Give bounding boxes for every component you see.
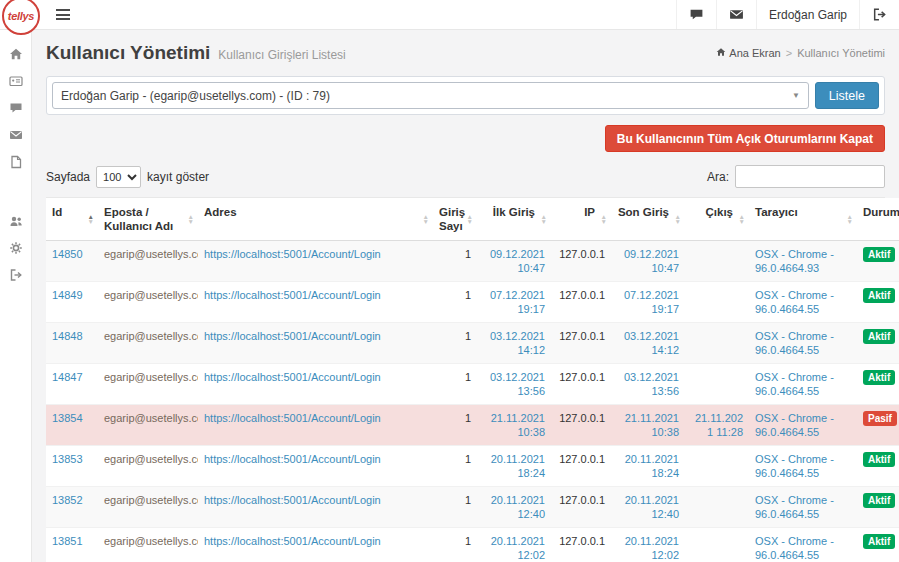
user-name: Erdoğan Garip	[769, 8, 847, 22]
cell-email: egarip@usetellys.com	[98, 282, 198, 323]
cell-address[interactable]: https://localhost:5001/Account/Login	[198, 405, 433, 446]
breadcrumb-home-link[interactable]: Ana Ekran	[716, 47, 780, 59]
user-menu[interactable]: Erdoğan Garip	[756, 0, 859, 29]
cell-address[interactable]: https://localhost:5001/Account/Login	[198, 323, 433, 364]
cell-address[interactable]: https://localhost:5001/Account/Login	[198, 487, 433, 528]
cell-email: egarip@usetellys.com	[98, 323, 198, 364]
cell-email: egarip@usetellys.com	[98, 487, 198, 528]
cell-first_login: 20.11.2021 12:02	[477, 528, 551, 562]
cell-address[interactable]: https://localhost:5001/Account/Login	[198, 364, 433, 405]
sidebar-item-logout[interactable]	[0, 263, 32, 290]
cell-ip: 127.0.0.1	[551, 487, 611, 528]
column-label: Adres	[204, 206, 237, 218]
cell-ip: 127.0.0.1	[551, 323, 611, 364]
logout-button[interactable]	[859, 0, 899, 29]
cell-id[interactable]: 14849	[46, 282, 98, 323]
sort-icon[interactable]: ▲▼	[188, 214, 194, 224]
cell-address[interactable]: https://localhost:5001/Account/Login	[198, 528, 433, 562]
cell-logout	[685, 323, 749, 364]
cell-id[interactable]: 13854	[46, 405, 98, 446]
cell-last_login: 21.11.2021 10:38	[611, 405, 685, 446]
status-badge: Aktif	[863, 288, 895, 303]
cell-status: Aktif	[857, 446, 899, 487]
sort-icon[interactable]: ▲▼	[467, 214, 473, 224]
sidebar-item-contacts[interactable]	[0, 69, 32, 96]
sidebar-item-comments[interactable]	[0, 96, 32, 123]
table-row: 14848egarip@usetellys.comhttps://localho…	[46, 323, 899, 364]
cell-address[interactable]: https://localhost:5001/Account/Login	[198, 282, 433, 323]
page-title: Kullanıcı YönetimiKullanıcı Girişleri Li…	[46, 42, 346, 64]
sort-icon[interactable]: ▲▼	[601, 214, 607, 224]
messages-icon-button[interactable]	[716, 0, 756, 29]
sort-icon[interactable]: ▲▼	[423, 214, 429, 224]
cell-id[interactable]: 14850	[46, 241, 98, 282]
sidebar-item-documents[interactable]	[0, 150, 32, 177]
user-select-value: Erdoğan Garip - (egarip@usetellys.com) -…	[61, 89, 330, 103]
chat-icon-button[interactable]	[676, 0, 716, 29]
cell-address[interactable]: https://localhost:5001/Account/Login	[198, 241, 433, 282]
brand-logo[interactable]: tellys	[2, 0, 40, 35]
page-size-prefix-label: Sayfada	[46, 170, 90, 184]
cell-logout: 21.11.2021 11:28	[685, 405, 749, 446]
cell-id[interactable]: 14848	[46, 323, 98, 364]
cell-browser: OSX - Chrome - 96.0.4664.55	[749, 446, 857, 487]
cell-browser: OSX - Chrome - 96.0.4664.55	[749, 405, 857, 446]
sort-icon[interactable]: ▲▼	[88, 214, 94, 224]
cell-last_login: 09.12.2021 10:47	[611, 241, 685, 282]
cell-status: Aktif	[857, 323, 899, 364]
page-size-select[interactable]: 100	[96, 166, 141, 188]
sidebar-toggle-button[interactable]	[48, 5, 78, 24]
column-label: Çıkış	[706, 206, 734, 218]
comments-icon	[9, 101, 23, 119]
cell-logout	[685, 282, 749, 323]
close-sessions-button[interactable]: Bu Kullanıcının Tüm Açık Oturumlarını Ka…	[605, 125, 885, 152]
cell-id[interactable]: 13853	[46, 446, 98, 487]
home-icon	[716, 47, 726, 59]
breadcrumb: Ana Ekran > Kullanıcı Yönetimi	[716, 47, 885, 59]
envelope-icon	[9, 128, 23, 146]
status-badge: Aktif	[863, 370, 895, 385]
cell-email: egarip@usetellys.com	[98, 241, 198, 282]
cell-last_login: 07.12.2021 19:17	[611, 282, 685, 323]
table-row: 14850egarip@usetellys.comhttps://localho…	[46, 241, 899, 282]
sort-icon[interactable]: ▲▼	[675, 214, 681, 224]
cell-id[interactable]: 14847	[46, 364, 98, 405]
cell-ip: 127.0.0.1	[551, 405, 611, 446]
status-badge: Pasif	[863, 411, 897, 426]
cell-count: 1	[433, 528, 477, 562]
column-header-address[interactable]: Adres▲▼	[198, 198, 433, 241]
cell-last_login: 03.12.2021 14:12	[611, 323, 685, 364]
cell-browser: OSX - Chrome - 96.0.4664.55	[749, 528, 857, 562]
column-header-ip[interactable]: IP▲▼	[551, 198, 611, 241]
column-header-logout[interactable]: Çıkış▲▼	[685, 198, 749, 241]
column-header-first_login[interactable]: İlk Giriş▲▼	[477, 198, 551, 241]
column-header-count[interactable]: Giriş Sayı▲▼	[433, 198, 477, 241]
home-icon	[9, 47, 23, 65]
cell-id[interactable]: 13852	[46, 487, 98, 528]
page-header: Kullanıcı YönetimiKullanıcı Girişleri Li…	[46, 42, 885, 64]
sort-icon[interactable]: ▲▼	[541, 214, 547, 224]
listele-button[interactable]: Listele	[815, 82, 879, 109]
cell-id[interactable]: 13851	[46, 528, 98, 562]
sort-icon[interactable]: ▲▼	[739, 214, 745, 224]
column-header-email[interactable]: Eposta / Kullanıcı Adı▲▼	[98, 198, 198, 241]
column-header-id[interactable]: Id▲▼	[46, 198, 98, 241]
cell-ip: 127.0.0.1	[551, 528, 611, 562]
sidebar-item-settings[interactable]	[0, 236, 32, 263]
cell-last_login: 20.11.2021 18:24	[611, 446, 685, 487]
sidebar-item-messages[interactable]	[0, 123, 32, 150]
cell-first_login: 07.12.2021 19:17	[477, 282, 551, 323]
status-badge: Aktif	[863, 534, 895, 549]
cell-address[interactable]: https://localhost:5001/Account/Login	[198, 446, 433, 487]
column-header-status: Durum	[857, 198, 899, 241]
cell-email: egarip@usetellys.com	[98, 446, 198, 487]
sort-icon[interactable]: ▲▼	[847, 214, 853, 224]
sidebar-item-users[interactable]	[0, 209, 32, 236]
column-header-last_login[interactable]: Son Giriş▲▼	[611, 198, 685, 241]
cell-email: egarip@usetellys.com	[98, 364, 198, 405]
sidebar-item-home[interactable]	[0, 42, 32, 69]
table-row: 13853egarip@usetellys.comhttps://localho…	[46, 446, 899, 487]
column-header-browser[interactable]: Tarayıcı▲▼	[749, 198, 857, 241]
user-select[interactable]: Erdoğan Garip - (egarip@usetellys.com) -…	[52, 82, 809, 109]
search-input[interactable]	[735, 165, 885, 188]
